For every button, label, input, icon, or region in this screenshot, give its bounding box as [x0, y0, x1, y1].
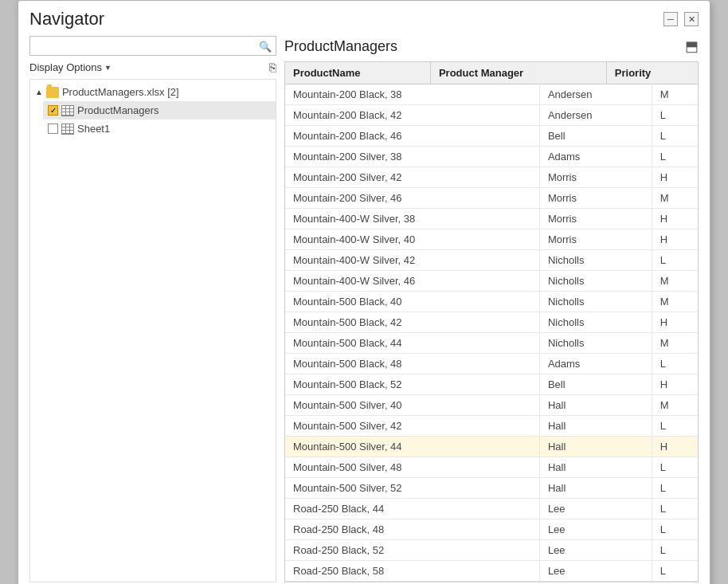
- col-header-manager: Product Manager: [430, 62, 606, 84]
- cell-priority: L: [652, 126, 698, 147]
- chevron-down-icon: ▼: [104, 64, 112, 72]
- cell-priority: M: [652, 188, 698, 209]
- cell-manager: Hall: [539, 478, 652, 499]
- cell-manager: Nicholls: [539, 292, 652, 312]
- table-row[interactable]: Mountain-500 Silver, 52HallL: [285, 478, 698, 499]
- cell-manager: Morris: [539, 167, 652, 188]
- table-row[interactable]: Mountain-500 Black, 44NichollsM: [285, 333, 698, 354]
- table-row[interactable]: Mountain-500 Silver, 40HallM: [285, 395, 698, 416]
- table-row[interactable]: Mountain-500 Black, 48AdamsL: [285, 354, 698, 374]
- file-tree: ▲ ProductManagers.xlsx [2] ✓ ProductMana…: [29, 79, 276, 582]
- cell-manager: Lee: [539, 499, 652, 519]
- refresh-icon[interactable]: ⎘: [269, 61, 276, 74]
- cell-product-name: Mountain-500 Black, 52: [285, 374, 539, 395]
- table-row[interactable]: Mountain-400-W Silver, 38MorrisH: [285, 209, 698, 229]
- tree-item-sheet1[interactable]: Sheet1: [43, 120, 276, 138]
- cell-priority: L: [652, 540, 698, 561]
- cell-product-name: Mountain-400-W Silver, 46: [285, 271, 539, 292]
- data-table-body: Mountain-200 Black, 38AndersenMMountain-…: [285, 84, 698, 582]
- options-row: Display Options ▼ ⎘: [29, 61, 276, 74]
- cell-priority: M: [652, 292, 698, 312]
- table-row[interactable]: Mountain-400-W Silver, 46NichollsM: [285, 271, 698, 292]
- cell-manager: Adams: [539, 354, 652, 374]
- table-row[interactable]: Mountain-200 Black, 46BellL: [285, 126, 698, 147]
- cell-product-name: Mountain-500 Silver, 52: [285, 478, 539, 499]
- cell-product-name: Mountain-400-W Silver, 42: [285, 250, 539, 271]
- title-controls: ─ ✕: [663, 12, 699, 26]
- cell-priority: L: [652, 499, 698, 519]
- cell-manager: Adams: [539, 147, 652, 167]
- col-header-productname: ProductName: [285, 62, 430, 84]
- tree-item-productmanagers[interactable]: ✓ ProductManagers: [43, 101, 276, 120]
- table-scroll-body[interactable]: Mountain-200 Black, 38AndersenMMountain-…: [285, 84, 698, 582]
- table-header-row: ProductName Product Manager Priority: [285, 62, 698, 84]
- col-header-priority: Priority: [606, 62, 698, 84]
- cell-manager: Bell: [539, 126, 652, 147]
- main-content: 🔍 Display Options ▼ ⎘ ▲ ProductManagers.…: [18, 36, 710, 584]
- cell-product-name: Mountain-500 Silver, 44: [285, 437, 539, 457]
- minimize-button[interactable]: ─: [663, 12, 678, 26]
- cell-product-name: Road-250 Black, 48: [285, 519, 539, 540]
- cell-manager: Lee: [539, 540, 652, 561]
- cell-product-name: Mountain-500 Silver, 48: [285, 457, 539, 478]
- table-icon-productmanagers: [61, 105, 74, 116]
- cell-priority: H: [652, 209, 698, 229]
- cell-priority: M: [652, 333, 698, 354]
- cell-product-name: Mountain-500 Silver, 40: [285, 395, 539, 416]
- table-body: Mountain-200 Black, 38AndersenMMountain-…: [285, 84, 698, 582]
- data-table-wrap: ProductName Product Manager Priority Mou…: [284, 61, 699, 582]
- cell-priority: M: [652, 84, 698, 105]
- table-row[interactable]: Mountain-400-W Silver, 42NichollsL: [285, 250, 698, 271]
- display-options-button[interactable]: Display Options ▼: [29, 61, 112, 73]
- checkbox-productmanagers[interactable]: ✓: [48, 105, 58, 116]
- table-row[interactable]: Road-250 Black, 58LeeL: [285, 561, 698, 582]
- search-icon: 🔍: [259, 40, 272, 52]
- cell-manager: Lee: [539, 519, 652, 540]
- table-row[interactable]: Mountain-500 Silver, 42HallL: [285, 416, 698, 437]
- cell-product-name: Road-250 Black, 44: [285, 499, 539, 519]
- table-row[interactable]: Mountain-500 Black, 40NichollsM: [285, 292, 698, 312]
- cell-priority: L: [652, 416, 698, 437]
- cell-priority: M: [652, 395, 698, 416]
- cell-product-name: Mountain-200 Silver, 42: [285, 167, 539, 188]
- search-row: 🔍: [29, 36, 276, 56]
- table-row[interactable]: Mountain-500 Silver, 48HallL: [285, 457, 698, 478]
- cell-product-name: Mountain-500 Black, 48: [285, 354, 539, 374]
- table-row[interactable]: Mountain-500 Black, 42NichollsH: [285, 312, 698, 333]
- cell-manager: Nicholls: [539, 250, 652, 271]
- cell-product-name: Mountain-200 Black, 42: [285, 105, 539, 126]
- checkbox-sheet1[interactable]: [48, 123, 58, 134]
- table-row[interactable]: Road-250 Black, 44LeeL: [285, 499, 698, 519]
- cell-product-name: Mountain-500 Black, 44: [285, 333, 539, 354]
- cell-priority: L: [652, 561, 698, 582]
- cell-priority: L: [652, 457, 698, 478]
- table-row[interactable]: Mountain-200 Black, 38AndersenM: [285, 84, 698, 105]
- table-row[interactable]: Road-250 Black, 48LeeL: [285, 519, 698, 540]
- preview-icon[interactable]: ⬒: [685, 37, 699, 55]
- table-row[interactable]: Mountain-200 Silver, 38AdamsL: [285, 147, 698, 167]
- cell-priority: H: [652, 229, 698, 250]
- cell-product-name: Mountain-500 Silver, 42: [285, 416, 539, 437]
- cell-product-name: Mountain-500 Black, 42: [285, 312, 539, 333]
- table-row[interactable]: Road-250 Black, 52LeeL: [285, 540, 698, 561]
- tree-file-item[interactable]: ▲ ProductManagers.xlsx [2]: [30, 83, 276, 101]
- close-button[interactable]: ✕: [684, 12, 699, 26]
- cell-manager: Morris: [539, 188, 652, 209]
- table-row[interactable]: Mountain-500 Black, 52BellH: [285, 374, 698, 395]
- cell-product-name: Road-250 Black, 58: [285, 561, 539, 582]
- cell-priority: L: [652, 519, 698, 540]
- cell-manager: Nicholls: [539, 312, 652, 333]
- table-row[interactable]: Mountain-200 Silver, 42MorrisH: [285, 167, 698, 188]
- table-row[interactable]: Mountain-200 Black, 42AndersenL: [285, 105, 698, 126]
- cell-product-name: Mountain-200 Silver, 38: [285, 147, 539, 167]
- search-input[interactable]: [29, 36, 276, 56]
- table-row[interactable]: Mountain-200 Silver, 46MorrisM: [285, 188, 698, 209]
- table-row[interactable]: Mountain-500 Silver, 44HallH: [285, 437, 698, 457]
- cell-manager: Hall: [539, 416, 652, 437]
- cell-priority: H: [652, 167, 698, 188]
- left-panel: 🔍 Display Options ▼ ⎘ ▲ ProductManagers.…: [29, 36, 276, 582]
- tree-file-label: ProductManagers.xlsx [2]: [62, 86, 179, 98]
- cell-product-name: Mountain-500 Black, 40: [285, 292, 539, 312]
- cell-product-name: Mountain-400-W Silver, 38: [285, 209, 539, 229]
- table-row[interactable]: Mountain-400-W Silver, 40MorrisH: [285, 229, 698, 250]
